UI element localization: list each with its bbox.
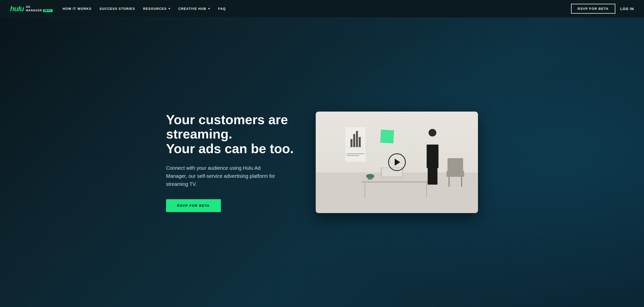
hero-text: Your customers are streaming. Your ads c… (166, 113, 297, 212)
navbar-right: RSVP FOR BETA LOG IN (571, 4, 634, 14)
nav-item-faq[interactable]: FAQ (218, 7, 226, 11)
hero-video (316, 112, 478, 213)
nav-item-how-it-works[interactable]: HOW IT WORKS (63, 7, 92, 11)
person-figure (423, 129, 442, 185)
creative-hub-chevron-icon (208, 8, 210, 9)
navbar: hulu ADMANAGER BETA HOW IT WORKS SUCCESS… (0, 0, 644, 18)
rsvp-hero-button[interactable]: RSVP FOR BETA (166, 199, 221, 212)
nav-item-creative-hub[interactable]: CREATIVE HUB (178, 7, 210, 11)
desk-leg-right (426, 183, 427, 198)
login-link[interactable]: LOG IN (620, 7, 634, 11)
person-body (427, 145, 438, 168)
hero-section: Your customers are streaming. Your ads c… (0, 0, 644, 307)
ad-manager-text: ADMANAGER (26, 5, 42, 12)
desk-surface (361, 181, 433, 183)
success-stories-link[interactable]: SUCCESS STORIES (100, 7, 135, 11)
hero-content: Your customers are streaming. Your ads c… (146, 112, 498, 213)
resources-chevron-icon (168, 8, 170, 9)
resources-link[interactable]: RESOURCES (143, 7, 170, 11)
hulu-logo[interactable]: hulu ADMANAGER BETA (10, 5, 53, 13)
nav-item-success-stories[interactable]: SUCCESS STORIES (100, 7, 135, 11)
video-thumbnail[interactable] (316, 112, 478, 213)
plant-pot (368, 178, 373, 180)
hero-description: Connect with your audience using Hulu Ad… (166, 164, 277, 188)
hulu-wordmark: hulu (10, 5, 24, 13)
navbar-left: hulu ADMANAGER BETA HOW IT WORKS SUCCESS… (10, 5, 226, 13)
desk-leg-left (365, 183, 365, 198)
rsvp-nav-button[interactable]: RSVP FOR BETA (571, 4, 615, 14)
logo-area: hulu ADMANAGER BETA (10, 5, 53, 13)
beta-badge: BETA (43, 9, 53, 12)
wall-document (345, 147, 366, 162)
plant-leaves (366, 174, 374, 178)
chair-seat (447, 171, 464, 177)
creative-hub-link[interactable]: CREATIVE HUB (178, 7, 210, 11)
chart-bar-3 (356, 131, 358, 149)
video-play-button[interactable] (388, 153, 406, 171)
ad-manager-block: ADMANAGER BETA (26, 5, 53, 12)
how-it-works-link[interactable]: HOW IT WORKS (63, 7, 92, 11)
doc-line-1 (347, 153, 364, 154)
play-icon (395, 159, 400, 166)
desk-plant (368, 174, 373, 180)
sticky-note (380, 129, 394, 143)
chair (446, 158, 465, 187)
nav-links: HOW IT WORKS SUCCESS STORIES RESOURCES C… (63, 7, 226, 11)
chair-leg-right (461, 177, 462, 187)
person-head (429, 129, 436, 137)
chair-leg-left (449, 177, 450, 187)
person-legs (428, 168, 437, 185)
doc-line-2 (347, 155, 359, 156)
video-illustration (316, 112, 478, 213)
hero-headline: Your customers are streaming. Your ads c… (166, 113, 297, 156)
chart-bar-2 (353, 134, 355, 149)
nav-item-resources[interactable]: RESOURCES (143, 7, 170, 11)
faq-link[interactable]: FAQ (218, 7, 226, 11)
